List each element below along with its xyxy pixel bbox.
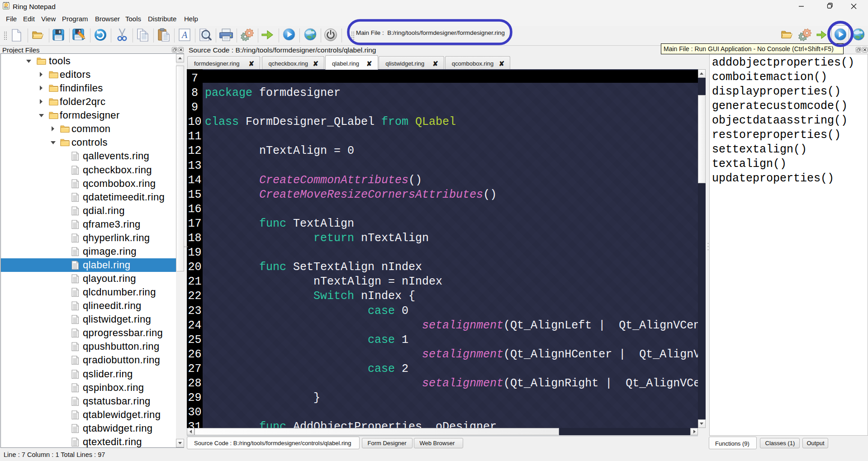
svg-text:Ring: Ring <box>4 6 9 9</box>
svg-text:A: A <box>181 30 188 40</box>
